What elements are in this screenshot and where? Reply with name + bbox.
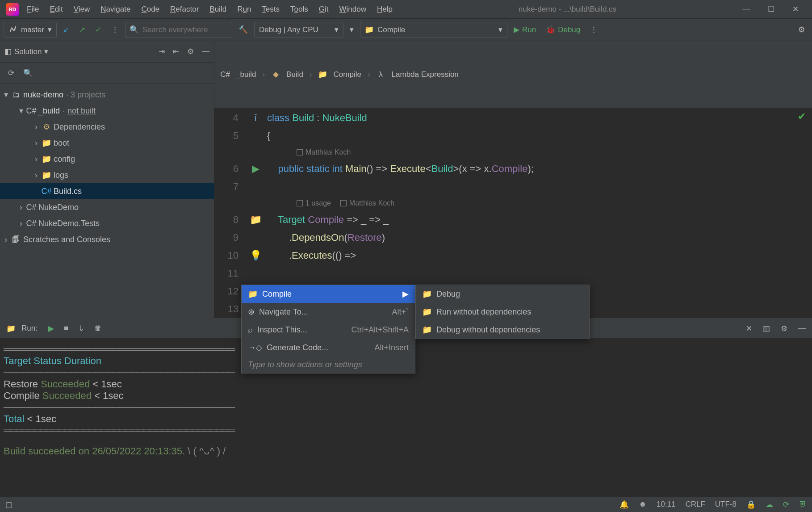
folder-dependencies[interactable]: ›⚙ Dependencies — [0, 119, 214, 135]
hide-panel-icon[interactable]: — — [202, 47, 209, 56]
override-icon: î — [254, 112, 257, 124]
solution-panel-title[interactable]: ◧ Solution ▾ — [4, 47, 48, 56]
solution-root[interactable]: ▾ 🗂 nuke-demo · 3 projects — [0, 87, 214, 103]
gear-icon[interactable]: ⚙ — [781, 324, 787, 333]
build-icon[interactable]: 🔨 — [235, 25, 251, 34]
expand-all-icon[interactable]: ⇤ — [173, 47, 179, 56]
menu-window[interactable]: Window — [339, 5, 366, 14]
crumb-compile[interactable]: Compile — [334, 70, 361, 79]
search-input[interactable] — [142, 25, 227, 34]
sync-icon[interactable]: ⟳ — [783, 500, 789, 509]
row-dur: < 1sec — [94, 390, 123, 401]
bell-icon[interactable]: 🔔 — [619, 500, 629, 509]
status-enc[interactable]: UTF-8 — [715, 500, 737, 509]
project-nukedemo-tests[interactable]: ›C# NukeDemo.Tests — [0, 215, 214, 231]
debug-button[interactable]: 🐞 Debug — [542, 25, 584, 34]
folder-config[interactable]: ›📁 config — [0, 151, 214, 167]
csproj-icon: C# — [27, 107, 36, 115]
menu-navigate[interactable]: Navigate — [100, 5, 130, 14]
target-gutter-icon[interactable]: 📁 — [250, 214, 262, 226]
menu-build[interactable]: Build — [209, 5, 226, 14]
toolbar-more-icon[interactable]: ⋮ — [586, 25, 601, 34]
settings-icon[interactable]: ⚙ — [795, 25, 808, 34]
ctx-navigate[interactable]: ⊛ Navigate To... Alt+` — [242, 303, 415, 321]
folder-icon: 📁 — [42, 155, 51, 163]
trash-icon[interactable]: 🗑 — [94, 324, 102, 333]
ctx-hint: Type to show actions or settings — [242, 357, 415, 373]
menu-run[interactable]: Run — [237, 5, 251, 14]
ctx-generate[interactable]: →◇ Generate Code... Alt+Insert — [242, 339, 415, 357]
vcs-more-icon[interactable]: ⋮ — [108, 25, 122, 34]
branch-selector[interactable]: 🗲 master ▾ — [4, 22, 57, 38]
close-button[interactable]: ✕ — [792, 4, 799, 14]
bulb-icon[interactable]: 💡 — [250, 250, 262, 261]
stop-icon[interactable]: ■ — [64, 324, 68, 333]
chevron-down-icon: ▾ — [48, 25, 52, 34]
menu-tools[interactable]: Tools — [290, 5, 308, 14]
ctx-run-no-deps[interactable]: 📁 Run without dependencies — [416, 303, 589, 321]
crumb-build[interactable]: _build — [236, 70, 256, 79]
run-gutter-icon[interactable]: ▶ — [252, 163, 260, 175]
branch-icon: 🗲 — [8, 25, 17, 34]
menu-git[interactable]: Git — [319, 5, 329, 14]
rerun-icon[interactable]: ▶ — [48, 324, 54, 333]
menu-code[interactable]: Code — [141, 5, 159, 14]
folder-logs[interactable]: ›📁 logs — [0, 167, 214, 183]
run-config-selector[interactable]: 📁 Compile ▾ — [360, 22, 507, 38]
gear-icon[interactable]: ⚙ — [187, 47, 194, 56]
search-everywhere[interactable]: 🔍 — [125, 22, 232, 38]
chevron-down-icon: ▾ — [335, 25, 339, 34]
close-panel-icon[interactable]: ✕ — [746, 324, 752, 333]
shield-icon[interactable]: ⛨ — [799, 500, 807, 509]
vcs-update-icon[interactable]: ↙ — [59, 25, 73, 34]
menu-help[interactable]: Help — [377, 5, 393, 14]
maximize-button[interactable]: ☐ — [768, 4, 774, 14]
vcs-commit-icon[interactable]: ↗ — [75, 25, 89, 34]
lock-icon[interactable]: 🔒 — [746, 500, 756, 509]
menu-file[interactable]: File — [27, 5, 39, 14]
menu-view[interactable]: View — [74, 5, 90, 14]
project-sep: · — [63, 106, 65, 116]
sync-icon[interactable]: ⟳ — [8, 68, 14, 78]
run-button[interactable]: ▶ Run — [510, 25, 540, 34]
menu-edit[interactable]: Edit — [50, 5, 63, 14]
author-hint: Matthias Koch — [306, 148, 351, 156]
config-dropdown-icon[interactable]: ▾ — [346, 25, 357, 34]
row-status: Succeeded — [42, 390, 92, 401]
lambda-icon: λ — [377, 71, 385, 79]
ctx-debug[interactable]: 📁 Debug — [416, 285, 589, 303]
folder-boot[interactable]: ›📁 boot — [0, 135, 214, 151]
config-label: Debug | Any CPU — [259, 25, 318, 34]
project-build[interactable]: ▾ C# _build · not built — [0, 103, 214, 119]
menu-refactor[interactable]: Refactor — [170, 5, 199, 14]
vcs-check-icon[interactable]: ✓ — [92, 25, 105, 34]
collapse-all-icon[interactable]: ⇥ — [159, 47, 165, 56]
menu-tests[interactable]: Tests — [262, 5, 280, 14]
status-eol[interactable]: CRLF — [685, 500, 705, 509]
code-editor[interactable]: ✔ 45678910111213 î ▶ 📁 💡 class Build : N… — [214, 108, 812, 318]
layout-icon[interactable]: ▥ — [763, 324, 770, 333]
crumb-class[interactable]: Build — [286, 70, 303, 79]
chevron-down-icon: ▾ — [498, 25, 502, 34]
ctx-inspect[interactable]: ⌕ Inspect This... Ctrl+Alt+Shift+A — [242, 321, 415, 339]
col-status: Status — [33, 355, 61, 366]
cloud-icon[interactable]: ☁ — [766, 500, 773, 509]
ctx-nav-key: Alt+` — [392, 307, 409, 317]
download-icon[interactable]: ⇓ — [78, 324, 84, 333]
file-build-cs[interactable]: C# Build.cs — [0, 183, 214, 199]
scratches[interactable]: ›🗐 Scratches and Consoles — [0, 231, 214, 248]
hide-icon[interactable]: — — [798, 324, 806, 333]
ctx-debug-no-deps[interactable]: 📁 Debug without dependencies — [416, 321, 589, 339]
minimize-button[interactable]: — — [742, 4, 750, 14]
tree-search-icon[interactable]: 🔍 — [23, 68, 33, 78]
crumb-lambda[interactable]: Lambda Expression — [392, 70, 459, 79]
status-panel-icon[interactable]: ▢ — [5, 500, 13, 509]
chevron-down-icon: ▾ — [44, 47, 48, 56]
target-icon: 📁 — [422, 325, 432, 335]
face-icon[interactable]: ☻ — [639, 500, 647, 509]
row-status: Succeeded — [41, 378, 90, 390]
config-selector[interactable]: Debug | Any CPU ▾ — [254, 22, 343, 38]
ctx-compile[interactable]: 📁 Compile ▶ — [242, 285, 415, 303]
solution-icon: ◧ — [4, 47, 12, 56]
project-nukedemo[interactable]: ›C# NukeDemo — [0, 199, 214, 215]
